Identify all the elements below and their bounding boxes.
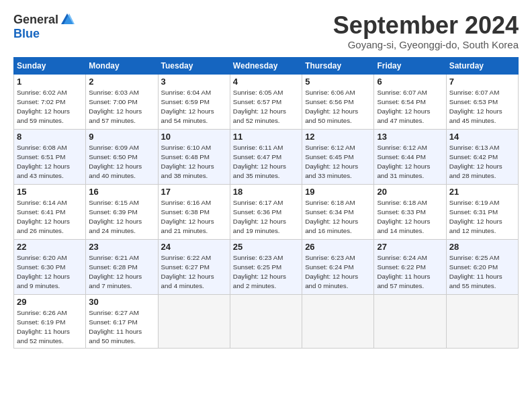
day-info: Sunrise: 6:09 AMSunset: 6:50 PMDaylight:… [89,143,154,181]
calendar-cell: 8Sunrise: 6:08 AMSunset: 6:51 PMDaylight… [14,129,86,184]
calendar-cell: 5Sunrise: 6:06 AMSunset: 6:56 PMDaylight… [302,74,374,129]
day-number: 14 [449,132,515,142]
day-number: 7 [449,77,515,87]
day-number: 5 [305,77,371,87]
day-info: Sunrise: 6:12 AMSunset: 6:44 PMDaylight:… [377,143,443,181]
calendar-cell: 23Sunrise: 6:21 AMSunset: 6:28 PMDayligh… [86,239,158,294]
calendar-cell: 19Sunrise: 6:18 AMSunset: 6:34 PMDayligh… [302,184,374,239]
day-number: 10 [161,132,227,142]
col-sunday: Sunday [14,57,86,74]
day-info: Sunrise: 6:05 AMSunset: 6:57 PMDaylight:… [233,88,299,126]
col-tuesday: Tuesday [158,57,230,74]
day-info: Sunrise: 6:11 AMSunset: 6:47 PMDaylight:… [233,143,299,181]
day-info: Sunrise: 6:23 AMSunset: 6:25 PMDaylight:… [233,253,299,291]
col-friday: Friday [374,57,446,74]
logo: General Blue [13,12,75,41]
day-number: 11 [233,132,299,142]
calendar-cell [230,294,302,349]
day-number: 3 [161,77,227,87]
calendar-cell: 16Sunrise: 6:15 AMSunset: 6:39 PMDayligh… [86,184,158,239]
calendar-row-0: 1Sunrise: 6:02 AMSunset: 7:02 PMDaylight… [14,74,519,129]
title-area: September 2024 Goyang-si, Gyeonggi-do, S… [333,12,519,50]
calendar-cell: 28Sunrise: 6:25 AMSunset: 6:20 PMDayligh… [446,239,518,294]
day-number: 18 [233,187,299,197]
day-number: 6 [377,77,443,87]
location: Goyang-si, Gyeonggi-do, South Korea [333,39,519,50]
day-info: Sunrise: 6:13 AMSunset: 6:42 PMDaylight:… [449,143,515,181]
calendar-cell: 7Sunrise: 6:07 AMSunset: 6:53 PMDaylight… [446,74,518,129]
calendar-cell: 2Sunrise: 6:03 AMSunset: 7:00 PMDaylight… [86,74,158,129]
calendar-cell [158,294,230,349]
calendar-cell: 11Sunrise: 6:11 AMSunset: 6:47 PMDayligh… [230,129,302,184]
calendar-cell: 9Sunrise: 6:09 AMSunset: 6:50 PMDaylight… [86,129,158,184]
day-info: Sunrise: 6:02 AMSunset: 7:02 PMDaylight:… [17,88,83,126]
calendar-row-3: 22Sunrise: 6:20 AMSunset: 6:30 PMDayligh… [14,239,519,294]
day-number: 9 [89,132,154,142]
calendar-cell: 22Sunrise: 6:20 AMSunset: 6:30 PMDayligh… [14,239,86,294]
day-info: Sunrise: 6:07 AMSunset: 6:54 PMDaylight:… [377,88,443,126]
calendar-page: General Blue September 2024 Goyang-si, G… [0,0,532,355]
col-saturday: Saturday [446,57,518,74]
day-number: 17 [161,187,227,197]
header-area: General Blue September 2024 Goyang-si, G… [13,12,519,50]
day-info: Sunrise: 6:27 AMSunset: 6:17 PMDaylight:… [89,308,154,347]
day-number: 27 [377,242,443,252]
day-info: Sunrise: 6:21 AMSunset: 6:28 PMDaylight:… [89,253,154,291]
col-thursday: Thursday [302,57,374,74]
calendar-row-2: 15Sunrise: 6:14 AMSunset: 6:41 PMDayligh… [14,184,519,239]
day-number: 28 [449,242,515,252]
day-number: 24 [161,242,227,252]
day-info: Sunrise: 6:26 AMSunset: 6:19 PMDaylight:… [17,308,83,347]
day-number: 13 [377,132,443,142]
day-info: Sunrise: 6:24 AMSunset: 6:22 PMDaylight:… [377,253,443,291]
calendar-cell: 3Sunrise: 6:04 AMSunset: 6:59 PMDaylight… [158,74,230,129]
calendar-cell: 14Sunrise: 6:13 AMSunset: 6:42 PMDayligh… [446,129,518,184]
day-number: 25 [233,242,299,252]
col-wednesday: Wednesday [230,57,302,74]
day-number: 21 [449,187,515,197]
day-info: Sunrise: 6:04 AMSunset: 6:59 PMDaylight:… [161,88,227,126]
calendar-cell: 13Sunrise: 6:12 AMSunset: 6:44 PMDayligh… [374,129,446,184]
calendar-cell: 10Sunrise: 6:10 AMSunset: 6:48 PMDayligh… [158,129,230,184]
day-number: 8 [17,132,83,142]
day-number: 12 [305,132,371,142]
day-number: 1 [17,77,83,87]
calendar-cell: 27Sunrise: 6:24 AMSunset: 6:22 PMDayligh… [374,239,446,294]
day-info: Sunrise: 6:14 AMSunset: 6:41 PMDaylight:… [17,198,83,236]
day-number: 15 [17,187,83,197]
calendar-cell: 21Sunrise: 6:19 AMSunset: 6:31 PMDayligh… [446,184,518,239]
logo-icon [60,12,75,27]
day-info: Sunrise: 6:16 AMSunset: 6:38 PMDaylight:… [161,198,227,236]
day-number: 2 [89,77,154,87]
day-info: Sunrise: 6:22 AMSunset: 6:27 PMDaylight:… [161,253,227,291]
calendar-cell: 26Sunrise: 6:23 AMSunset: 6:24 PMDayligh… [302,239,374,294]
day-number: 4 [233,77,299,87]
calendar-cell: 18Sunrise: 6:17 AMSunset: 6:36 PMDayligh… [230,184,302,239]
calendar-cell: 24Sunrise: 6:22 AMSunset: 6:27 PMDayligh… [158,239,230,294]
day-info: Sunrise: 6:19 AMSunset: 6:31 PMDaylight:… [449,198,515,236]
calendar-cell [302,294,374,349]
calendar-cell: 12Sunrise: 6:12 AMSunset: 6:45 PMDayligh… [302,129,374,184]
day-number: 29 [17,297,83,307]
calendar-cell: 17Sunrise: 6:16 AMSunset: 6:38 PMDayligh… [158,184,230,239]
day-number: 22 [17,242,83,252]
calendar-cell: 15Sunrise: 6:14 AMSunset: 6:41 PMDayligh… [14,184,86,239]
calendar-row-1: 8Sunrise: 6:08 AMSunset: 6:51 PMDaylight… [14,129,519,184]
day-info: Sunrise: 6:20 AMSunset: 6:30 PMDaylight:… [17,253,83,291]
day-info: Sunrise: 6:07 AMSunset: 6:53 PMDaylight:… [449,88,515,126]
col-monday: Monday [86,57,158,74]
day-number: 19 [305,187,371,197]
calendar-cell: 6Sunrise: 6:07 AMSunset: 6:54 PMDaylight… [374,74,446,129]
logo-blue-text: Blue [13,27,40,41]
day-info: Sunrise: 6:23 AMSunset: 6:24 PMDaylight:… [305,253,371,291]
day-number: 16 [89,187,154,197]
day-info: Sunrise: 6:08 AMSunset: 6:51 PMDaylight:… [17,143,83,181]
calendar-cell: 1Sunrise: 6:02 AMSunset: 7:02 PMDaylight… [14,74,86,129]
day-number: 26 [305,242,371,252]
day-info: Sunrise: 6:06 AMSunset: 6:56 PMDaylight:… [305,88,371,126]
day-info: Sunrise: 6:25 AMSunset: 6:20 PMDaylight:… [449,253,515,291]
day-info: Sunrise: 6:03 AMSunset: 7:00 PMDaylight:… [89,88,154,126]
calendar-row-4: 29Sunrise: 6:26 AMSunset: 6:19 PMDayligh… [14,294,519,349]
calendar-cell: 4Sunrise: 6:05 AMSunset: 6:57 PMDaylight… [230,74,302,129]
calendar-cell: 25Sunrise: 6:23 AMSunset: 6:25 PMDayligh… [230,239,302,294]
